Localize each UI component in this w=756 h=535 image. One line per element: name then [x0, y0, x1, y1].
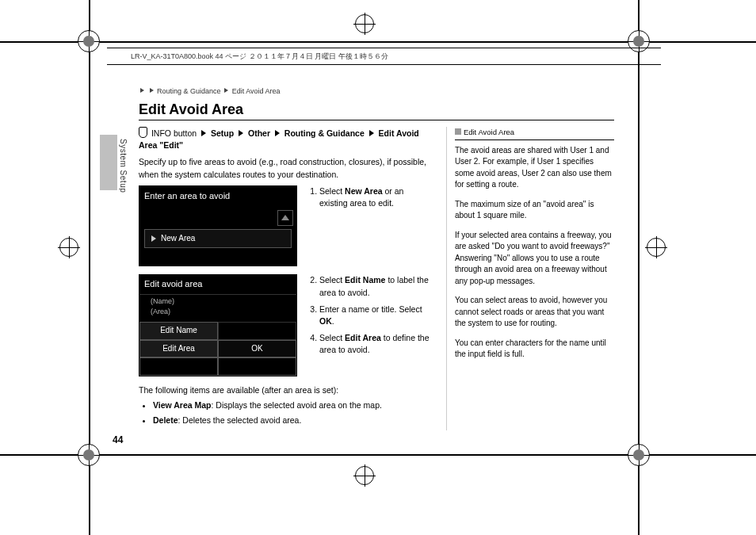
step-item: Enter a name or title. Select OK.	[319, 304, 430, 327]
breadcrumb-item: Edit Avoid Area	[232, 87, 281, 95]
info-column-heading: Edit Avoid Area	[455, 127, 614, 140]
step-list: Select Edit Name to label the area to av…	[307, 274, 430, 356]
info-paragraph: The maximum size of an "avoid area" is a…	[455, 199, 614, 222]
registration-tick-icon	[647, 238, 666, 257]
section-label: System Setup	[119, 139, 128, 193]
info-paragraph: You can select areas to avoid, however y…	[455, 295, 614, 330]
registration-tick-icon	[59, 238, 78, 257]
breadcrumb: Routing & Guidance Edit Avoid Area	[139, 87, 614, 95]
step-list: Select New Area or an existing area to e…	[307, 185, 430, 209]
device-button-blank	[218, 322, 296, 340]
chevron-right-icon	[150, 88, 154, 93]
device-screenshot: Enter an area to avoid New Area	[139, 185, 297, 266]
info-button-icon	[139, 127, 147, 138]
list-item: View Area Map: Displays the selected avo…	[153, 399, 430, 411]
list-item: Delete: Deletes the selected avoid area.	[153, 415, 430, 426]
info-paragraph: The avoid areas are shared with User 1 a…	[455, 145, 614, 191]
triangle-right-icon	[239, 130, 243, 136]
device-button-edit-area: Edit Area	[139, 340, 218, 358]
section-tab	[100, 135, 117, 190]
step-item: Select Edit Area to define the area to a…	[319, 332, 430, 356]
available-heading: The following items are available (after…	[139, 384, 430, 396]
triangle-right-icon	[201, 130, 206, 136]
registration-mark-icon	[78, 444, 100, 466]
device-button-blank	[218, 357, 296, 376]
device-button-blank	[139, 357, 218, 376]
available-list: View Area Map: Displays the selected avo…	[139, 399, 430, 426]
info-paragraph: If your selected area contains a freeway…	[455, 230, 614, 288]
registration-mark-icon	[628, 444, 650, 466]
device-screenshot: Edit avoid area (Name) (Area) Edit Name …	[139, 274, 297, 376]
menu-path-step: Routing & Guidance	[284, 128, 365, 138]
device-button-ok: OK	[218, 340, 296, 358]
chevron-right-icon	[224, 88, 228, 93]
info-paragraph: You can enter characters for the name un…	[455, 338, 614, 361]
triangle-right-icon	[151, 235, 156, 242]
device-button-edit-name: Edit Name	[139, 322, 218, 340]
device-title: Edit avoid area	[139, 275, 296, 295]
note-icon	[455, 128, 461, 135]
device-title: Enter an area to avoid	[139, 186, 296, 207]
device-field-placeholder: (Area)	[151, 307, 285, 317]
page-title: Edit Avoid Area	[139, 101, 614, 120]
page-number: 44	[113, 434, 123, 445]
device-list-label: New Area	[161, 233, 195, 245]
triangle-right-icon	[369, 130, 374, 136]
chevron-right-icon	[140, 88, 144, 93]
registration-tick-icon	[355, 466, 374, 485]
registration-tick-icon	[355, 14, 374, 33]
device-field-placeholder: (Name)	[151, 296, 285, 307]
menu-path-step: Setup	[211, 128, 234, 138]
breadcrumb-item: Routing & Guidance	[157, 87, 221, 95]
menu-path-step: INFO button	[151, 128, 197, 138]
scroll-up-icon	[281, 215, 289, 220]
step-item: Select Edit Name to label the area to av…	[319, 274, 430, 298]
section-intro: Specify up to five areas to avoid (e.g.,…	[139, 156, 430, 180]
menu-path-step: "Edit"	[159, 140, 183, 150]
menu-path: INFO button Setup Other Routing & Guidan…	[139, 127, 430, 151]
step-item: Select New Area or an existing area to e…	[319, 185, 430, 209]
triangle-right-icon	[275, 130, 280, 136]
print-meta-header: LR-V_KA-31T0A800.book 44 ページ ２０１１年７月４日 月…	[107, 48, 661, 65]
menu-path-step: Other	[248, 128, 270, 138]
device-list-item: New Area	[144, 229, 292, 249]
registration-mark-icon	[78, 30, 100, 52]
